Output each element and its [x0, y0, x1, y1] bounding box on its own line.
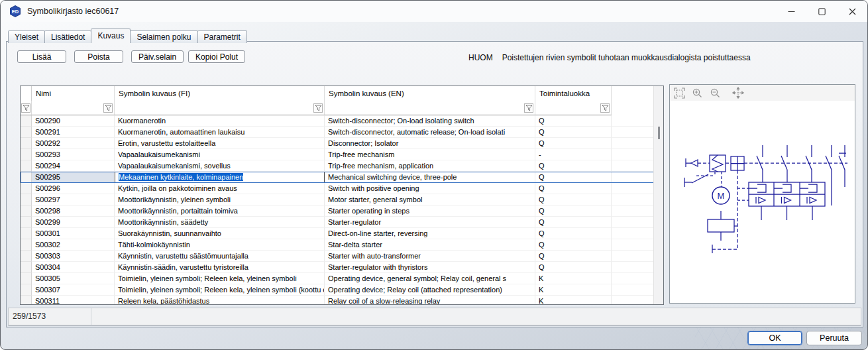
cell-luokka[interactable]: - [535, 149, 612, 160]
filter-cell-en[interactable] [325, 101, 535, 115]
cell-luokka[interactable]: Q [535, 172, 612, 183]
row-indicator[interactable] [21, 149, 32, 160]
cell-fi[interactable]: Moottorikäynnistin, portaittain toimiva [115, 205, 325, 217]
cell-en[interactable]: Switch with positive opening [325, 183, 535, 194]
cell-luokka[interactable]: Q [535, 239, 612, 251]
delete-button[interactable]: Poista [74, 50, 123, 63]
row-indicator[interactable] [21, 205, 32, 217]
table-row[interactable]: S00311 Releen kela, päästöhidastus Relay… [21, 296, 663, 305]
cell-nimi[interactable]: S00311 [32, 296, 115, 305]
cell-fi[interactable]: Vapaalaukaisumekanismi [115, 149, 325, 160]
row-indicator[interactable] [21, 262, 32, 273]
row-indicator[interactable] [21, 160, 32, 172]
cell-en[interactable]: Operating device; Relay coil (attached r… [325, 284, 535, 296]
cell-fi[interactable]: Moottorikäynnistin, säädetty [115, 217, 325, 228]
cell-en[interactable]: Star-delta starter [325, 239, 535, 251]
table-row[interactable]: S00304 Käynnistin-säädin, varustettu tyr… [21, 262, 663, 273]
filter-row-funnel-icon[interactable] [21, 103, 30, 113]
cell-nimi[interactable]: S00292 [32, 138, 115, 149]
cell-nimi[interactable]: S00291 [32, 127, 115, 138]
cell-luokka[interactable]: Q [535, 205, 612, 217]
cell-fi[interactable]: Mekaaninen kytkinlaite, kolminapainen [115, 172, 325, 183]
cell-nimi[interactable]: S00302 [32, 239, 115, 251]
table-row[interactable]: S00302 Tähti-kolmiokäynnistin Star-delta… [21, 239, 663, 251]
cell-fi[interactable]: Toimielin, yleinen symboli; Releen kela,… [115, 284, 325, 296]
cell-nimi[interactable]: S00298 [32, 205, 115, 217]
row-indicator[interactable] [21, 194, 32, 205]
row-indicator[interactable] [21, 183, 32, 194]
cell-fi[interactable]: Releen kela, päästöhidastus [115, 296, 325, 305]
cell-en[interactable]: Starter-regulator with thyristors [325, 262, 535, 273]
table-row[interactable]: S00307 Toimielin, yleinen symboli; Relee… [21, 284, 663, 296]
update-browser-button[interactable]: Päiv.selain [131, 50, 184, 63]
filter-funnel-icon[interactable] [103, 103, 113, 113]
cell-luokka[interactable]: Q [535, 262, 612, 273]
minimize-button[interactable] [776, 1, 806, 22]
cell-nimi[interactable]: S00303 [32, 251, 115, 262]
cell-nimi[interactable]: S00294 [32, 160, 115, 172]
cell-fi[interactable]: Käynnistin-säädin, varustettu tyristorei… [115, 262, 325, 273]
tab-kuvaus[interactable]: Kuvaus [91, 29, 131, 43]
cell-en[interactable]: Trip-free mechanism, application [325, 160, 535, 172]
cell-nimi[interactable]: S00293 [32, 149, 115, 160]
tab-yleiset[interactable]: Yleiset [8, 30, 45, 43]
column-header-fi[interactable]: Symbolin kuvaus (FI) [115, 86, 325, 101]
preview-canvas[interactable]: M [670, 101, 855, 303]
cell-fi[interactable]: Toimielin, yleinen symboli; Releen kela,… [115, 273, 325, 284]
cell-luokka[interactable]: Q [535, 183, 612, 194]
add-button[interactable]: Lisää [17, 50, 66, 63]
cell-luokka[interactable]: Q [535, 217, 612, 228]
cell-fi[interactable]: Kytkin, joilla on pakkotoiminen avaus [115, 183, 325, 194]
filter-cell-nimi[interactable] [32, 101, 115, 115]
row-indicator[interactable] [21, 296, 32, 305]
zoom-extents-icon[interactable] [673, 87, 685, 99]
tab-lisatiedot[interactable]: Lisätiedot [44, 30, 91, 43]
maximize-button[interactable] [806, 1, 837, 22]
cell-en[interactable]: Starter-regulator [325, 217, 535, 228]
pan-icon[interactable] [732, 87, 744, 99]
row-indicator[interactable] [21, 239, 32, 251]
row-indicator[interactable] [21, 251, 32, 262]
cell-luokka[interactable]: K [535, 284, 612, 296]
column-header-nimi[interactable]: Nimi [32, 86, 115, 101]
cell-fi[interactable]: Käynnistin, varustettu säästömuuntajalla [115, 251, 325, 262]
row-indicator[interactable] [21, 172, 32, 183]
cell-luokka[interactable]: Q [535, 127, 612, 138]
cell-fi[interactable]: Erotin, varustettu estolaitteella [115, 138, 325, 149]
cell-fi[interactable]: Tähti-kolmiokäynnistin [115, 239, 325, 251]
cell-fi[interactable]: Kuormanerotin [115, 115, 325, 127]
cell-nimi[interactable]: S00290 [32, 115, 115, 127]
cell-luokka[interactable]: K [535, 296, 612, 305]
scrollbar-thumb[interactable] [658, 127, 660, 139]
close-button[interactable] [837, 1, 867, 22]
cell-fi[interactable]: Moottorikäynnistin, yleinen symboli [115, 194, 325, 205]
cell-nimi[interactable]: S00295 [32, 172, 115, 183]
cell-en[interactable]: Motor starter, general symbol [325, 194, 535, 205]
cell-nimi[interactable]: S00297 [32, 194, 115, 205]
cell-en[interactable]: Starter operating in steps [325, 205, 535, 217]
cell-en[interactable]: Relay coil of a slow-releasing relay [325, 296, 535, 305]
table-row[interactable]: S00305 Toimielin, yleinen symboli; Relee… [21, 273, 663, 284]
cell-en[interactable]: Mechanical switching device, three-pole [325, 172, 535, 183]
row-indicator[interactable] [21, 273, 32, 284]
cell-nimi[interactable]: S00296 [32, 183, 115, 194]
cell-en[interactable]: Disconnector; Isolator [325, 138, 535, 149]
table-row[interactable]: S00292 Erotin, varustettu estolaitteella… [21, 138, 663, 149]
cell-nimi[interactable]: S00305 [32, 273, 115, 284]
cell-nimi[interactable]: S00301 [32, 228, 115, 239]
row-indicator[interactable] [21, 217, 32, 228]
cell-fi[interactable]: Vapaalaukaisumekanismi, sovellus [115, 160, 325, 172]
table-row[interactable]: S00293 Vapaalaukaisumekanismi Trip-free … [21, 149, 663, 160]
cell-luokka[interactable]: Q [535, 115, 612, 127]
cell-luokka[interactable]: Q [535, 228, 612, 239]
table-row[interactable]: S00301 Suorakäynnistin, suunnanvaihto Di… [21, 228, 663, 239]
cancel-button[interactable]: Peruuta [806, 331, 862, 345]
cell-en[interactable]: Switch-disconnector; On-load isolating s… [325, 115, 535, 127]
column-header-luokka[interactable]: Toimintaluokka [535, 86, 612, 101]
filter-cell-luokka[interactable] [535, 101, 612, 115]
cell-luokka[interactable]: Q [535, 138, 612, 149]
cell-luokka[interactable]: K [535, 273, 612, 284]
tab-parametrit[interactable]: Parametrit [197, 30, 247, 43]
cell-en[interactable]: Starter with auto-transformer [325, 251, 535, 262]
cell-luokka[interactable]: Q [535, 194, 612, 205]
